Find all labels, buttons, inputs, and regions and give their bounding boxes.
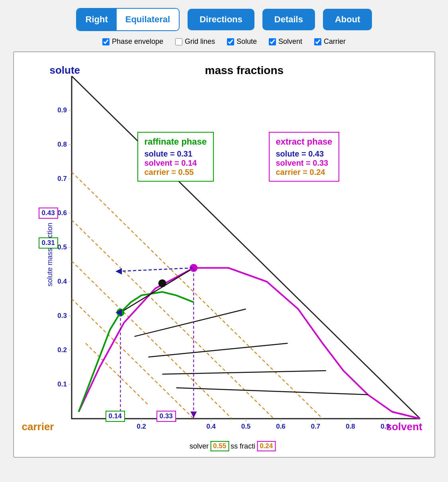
- extract-phase-box: extract phase solute = 0.43 solvent = 0.…: [269, 132, 340, 182]
- raffinate-solvent: solvent = 0.14: [145, 159, 207, 168]
- solvent-checkbox-label[interactable]: Solvent: [269, 37, 302, 46]
- raffinate-title: raffinate phase: [145, 137, 207, 147]
- y-value-green-box: 0.31: [39, 237, 58, 249]
- bottom-prefix: solver: [190, 442, 209, 451]
- phase-envelope-label: Phase envelope: [112, 37, 163, 46]
- phase-envelope-checkbox[interactable]: [102, 38, 110, 45]
- solute-label: Solute: [237, 37, 257, 46]
- extract-title: extract phase: [276, 137, 333, 147]
- raffinate-carrier: carrier = 0.55: [145, 168, 207, 177]
- y-axis-label: solute mass fraction: [45, 223, 54, 286]
- y-value-magenta-box: 0.43: [39, 208, 58, 219]
- solvent-corner-label: solvent: [386, 421, 422, 433]
- about-button[interactable]: About: [323, 9, 372, 30]
- chart-container: solute mass fractions solvent carrier so…: [13, 51, 435, 458]
- raffinate-solute: solute = 0.31: [145, 149, 207, 159]
- solvent-label: Solvent: [278, 37, 302, 46]
- bottom-green-value: 0.55: [210, 441, 229, 451]
- x-value-magenta-box: 0.33: [157, 411, 176, 422]
- raffinate-phase-box: raffinate phase solute = 0.31 solvent = …: [137, 132, 214, 182]
- solute-checkbox[interactable]: [227, 38, 234, 45]
- details-button[interactable]: Details: [262, 9, 315, 30]
- extract-solute: solute = 0.43: [276, 149, 333, 159]
- right-toggle-button[interactable]: Right: [77, 9, 117, 30]
- carrier-checkbox-label[interactable]: Carrier: [314, 37, 346, 46]
- checkbox-row: Phase envelope Grid lines Solute Solvent…: [102, 37, 346, 46]
- directions-button[interactable]: Directions: [188, 9, 254, 30]
- solute-corner-label: solute: [50, 64, 80, 76]
- extract-solvent: solvent = 0.33: [276, 159, 333, 168]
- carrier-label: Carrier: [324, 37, 346, 46]
- grid-lines-checkbox[interactable]: [175, 38, 182, 45]
- triangle-type-toggle[interactable]: Right Equilateral: [76, 8, 180, 31]
- equilateral-toggle-button[interactable]: Equilateral: [117, 9, 179, 30]
- solute-checkbox-label[interactable]: Solute: [227, 37, 257, 46]
- bottom-label-row: solver 0.55 ss fracti 0.24: [190, 441, 276, 451]
- solvent-checkbox[interactable]: [269, 38, 276, 45]
- x-value-green-box: 0.14: [106, 411, 125, 422]
- grid-lines-label: Grid lines: [185, 37, 215, 46]
- top-bar: Right Equilateral Directions Details Abo…: [8, 8, 440, 31]
- carrier-checkbox[interactable]: [314, 38, 321, 45]
- phase-envelope-checkbox-label[interactable]: Phase envelope: [102, 37, 163, 46]
- mass-fractions-title: mass fractions: [205, 64, 284, 77]
- bottom-magenta-value: 0.24: [257, 441, 276, 451]
- extract-carrier: carrier = 0.24: [276, 168, 333, 177]
- grid-lines-checkbox-label[interactable]: Grid lines: [175, 37, 215, 46]
- bottom-middle: ss fracti: [231, 442, 255, 451]
- carrier-corner-label: carrier: [22, 421, 54, 433]
